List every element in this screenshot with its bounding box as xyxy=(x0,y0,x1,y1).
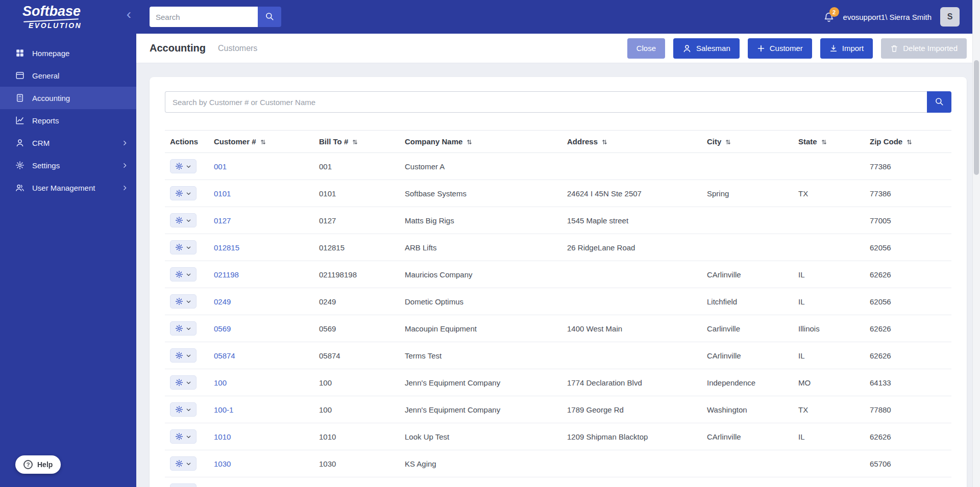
sidebar-item-reports[interactable]: Reports xyxy=(0,109,136,132)
page-scrollbar[interactable] xyxy=(972,0,980,487)
customer-number-link[interactable]: 1010 xyxy=(214,432,231,441)
row-actions-button[interactable] xyxy=(170,294,197,309)
customers-table: ActionsCustomer #Bill To #Company NameAd… xyxy=(165,130,951,487)
sidebar-nav: HomepageGeneralAccountingReportsCRMSetti… xyxy=(0,42,136,199)
cell-state: MO xyxy=(793,369,865,396)
chevron-down-icon xyxy=(186,326,191,331)
cell-address xyxy=(562,288,702,315)
sidebar-collapse-button[interactable]: ‹ xyxy=(127,7,131,21)
tab-customers[interactable]: Customers xyxy=(218,44,257,53)
close-button[interactable]: Close xyxy=(627,38,665,59)
global-search-input[interactable] xyxy=(150,7,258,27)
row-actions-button[interactable] xyxy=(170,240,197,254)
cell-state: TX xyxy=(793,180,865,207)
row-actions-button[interactable] xyxy=(170,402,197,417)
row-actions-button[interactable] xyxy=(170,429,197,444)
cell-actions xyxy=(165,477,209,487)
customer-number-link[interactable]: 021198 xyxy=(214,270,239,279)
column-header-company-name[interactable]: Company Name xyxy=(400,131,562,153)
customer-number-link[interactable]: 012815 xyxy=(214,243,239,252)
cell-city: Independence xyxy=(702,369,793,396)
gear-icon xyxy=(175,405,183,414)
gear-icon xyxy=(175,216,183,224)
chevron-down-icon xyxy=(186,434,191,440)
customer-number-link[interactable]: 001 xyxy=(214,162,227,171)
sidebar-item-user-management[interactable]: User Management xyxy=(0,176,136,199)
customer-search-input[interactable] xyxy=(165,91,927,113)
import-icon xyxy=(829,44,838,53)
row-actions-button[interactable] xyxy=(170,186,197,200)
column-header-city[interactable]: City xyxy=(702,131,793,153)
row-actions-button[interactable] xyxy=(170,159,197,173)
cell-company-name: Mauricios Company xyxy=(400,261,562,288)
customer-number-link[interactable]: 1030 xyxy=(214,459,231,468)
row-actions-button[interactable] xyxy=(170,213,197,227)
sidebar-item-crm[interactable]: CRM xyxy=(0,132,136,154)
cell-zip: 62626 xyxy=(865,477,951,487)
gear-icon xyxy=(175,189,183,197)
column-header-state[interactable]: State xyxy=(793,131,865,153)
row-actions-button[interactable] xyxy=(170,375,197,390)
chevron-down-icon xyxy=(186,272,191,277)
sidebar: Softbase EVOLUTION ‹ HomepageGeneralAcco… xyxy=(0,0,136,487)
customer-number-link[interactable]: 100 xyxy=(214,378,227,387)
chevron-down-icon xyxy=(186,191,191,196)
cell-address xyxy=(562,450,702,477)
cell-company-name: KS Aging xyxy=(400,450,562,477)
button-label: Salesman xyxy=(696,44,730,53)
customer-number-link[interactable]: 100-1 xyxy=(214,405,233,414)
row-actions-button[interactable] xyxy=(170,348,197,363)
customer-number-link[interactable]: 0127 xyxy=(214,216,231,225)
global-search-button[interactable] xyxy=(258,7,281,27)
sort-icon xyxy=(601,139,608,145)
cell-address xyxy=(562,261,702,288)
sidebar-item-homepage[interactable]: Homepage xyxy=(0,42,136,64)
row-actions-button[interactable] xyxy=(170,483,197,487)
customer-button[interactable]: Customer xyxy=(748,38,812,59)
row-actions-button[interactable] xyxy=(170,456,197,471)
customer-search-button[interactable] xyxy=(927,91,951,113)
column-header-actions: Actions xyxy=(165,131,209,153)
cell-zip: 77386 xyxy=(865,180,951,207)
delete-imported-button[interactable]: Delete Imported xyxy=(881,38,967,59)
sidebar-item-general[interactable]: General xyxy=(0,64,136,87)
chevron-down-icon xyxy=(186,218,191,223)
notifications-button[interactable]: 2 xyxy=(823,12,835,25)
customer-number-link[interactable]: 0249 xyxy=(214,297,231,306)
search-icon xyxy=(265,12,274,22)
sidebar-item-label: User Management xyxy=(32,184,95,192)
cell-state: IL xyxy=(793,423,865,450)
help-button[interactable]: ? Help xyxy=(15,455,61,474)
customer-number-link[interactable]: 0569 xyxy=(214,324,231,333)
cell-zip: 62626 xyxy=(865,423,951,450)
column-header-bill-to[interactable]: Bill To # xyxy=(314,131,400,153)
table-row: 021198021198198Mauricios CompanyCArlinvi… xyxy=(165,261,951,288)
topbar-right: 2 evosupport1\ Sierra Smith S xyxy=(823,7,967,27)
cell-actions xyxy=(165,342,209,369)
sidebar-item-accounting[interactable]: Accounting xyxy=(0,87,136,109)
column-header-address[interactable]: Address xyxy=(562,131,702,153)
cell-city: Carlinville xyxy=(702,315,793,342)
sidebar-item-settings[interactable]: Settings xyxy=(0,154,136,176)
cell-customer-number: 0101 xyxy=(209,180,314,207)
user-avatar[interactable]: S xyxy=(940,7,960,27)
question-icon: ? xyxy=(23,460,33,469)
cell-customer-number: 0249 xyxy=(209,288,314,315)
customer-number-link[interactable]: 0101 xyxy=(214,189,231,198)
gear-icon xyxy=(175,324,183,332)
row-actions-button[interactable] xyxy=(170,267,197,281)
cell-actions xyxy=(165,288,209,315)
customer-number-link[interactable]: 05874 xyxy=(214,351,235,360)
topbar: 2 evosupport1\ Sierra Smith S xyxy=(136,0,980,34)
column-header-customer[interactable]: Customer # xyxy=(209,131,314,153)
cell-bill-to: 100 xyxy=(314,396,400,423)
import-button[interactable]: Import xyxy=(820,38,873,59)
cell-zip: 62626 xyxy=(865,342,951,369)
row-actions-button[interactable] xyxy=(170,321,197,336)
scrollbar-thumb[interactable] xyxy=(974,60,979,175)
table-header-row: ActionsCustomer #Bill To #Company NameAd… xyxy=(165,131,951,153)
salesman-button[interactable]: Salesman xyxy=(673,38,740,59)
cell-company-name: Dometic Optimus xyxy=(400,288,562,315)
column-header-zip-code[interactable]: Zip Code xyxy=(865,131,951,153)
cell-address xyxy=(562,342,702,369)
